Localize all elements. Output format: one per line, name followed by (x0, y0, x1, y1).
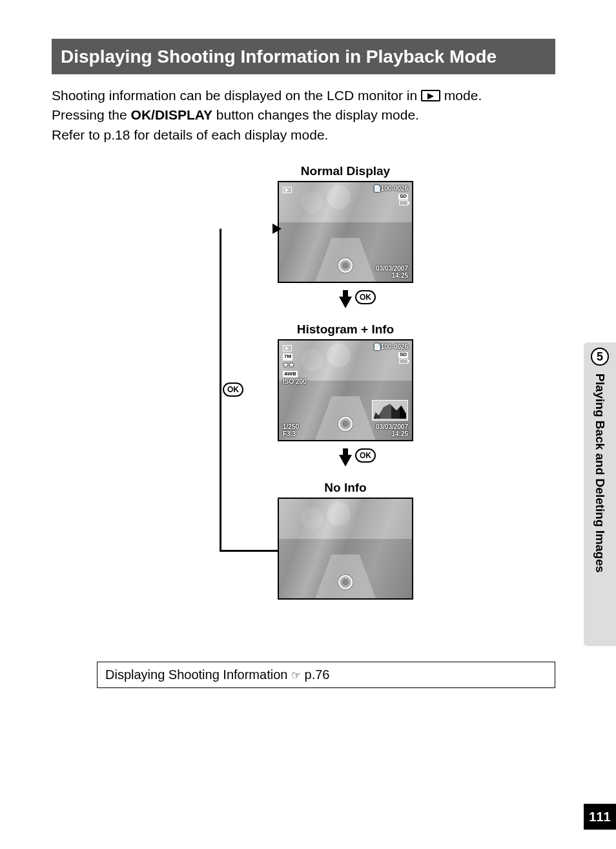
label-normal-display: Normal Display (274, 164, 416, 178)
white-balance: AWB (283, 371, 298, 377)
arrow-down-icon (339, 297, 352, 308)
face-detect-icon (338, 575, 353, 589)
intro-paragraph: Shooting information can be displayed on… (52, 86, 555, 145)
screen-histogram-info: 7M ★★ AWB ISO 200 📄100-0026 SD 1/250 F3.… (278, 339, 413, 441)
chapter-title: Playing Back and Deleting Images (593, 373, 607, 572)
ok-button-icon: OK (355, 290, 376, 304)
battery-icon (399, 359, 408, 364)
playback-mode-icon (421, 90, 440, 101)
label-no-info: No Info (274, 481, 416, 495)
ok-display-label: OK/DISPLAY (131, 107, 212, 122)
overlay-bottom-left: 1/250 F3.3 (283, 423, 299, 437)
face-detect-icon (338, 258, 353, 273)
folder-file-number: 📄100-0026 (373, 343, 408, 350)
overlay-bottom-right: 03/03/2007 14:25 (376, 423, 408, 437)
text: mode. (444, 88, 482, 103)
side-margin: 5 Playing Back and Deleting Images 111 (571, 0, 616, 849)
memory-icon: SD (398, 352, 408, 358)
iso-value: ISO 200 (283, 378, 307, 385)
playback-icon (283, 185, 292, 193)
xref-page: p.76 (305, 667, 330, 682)
text: button changes the display mode. (216, 107, 419, 122)
shutter-speed: 1/250 (283, 423, 299, 430)
playback-icon (283, 345, 292, 351)
overlay-bottom-right: 03/03/2007 14:25 (376, 265, 408, 279)
arrow-down-icon (339, 455, 352, 466)
text: Pressing the (52, 107, 131, 122)
overlay-top-left: 7M ★★ AWB ISO 200 (283, 343, 307, 386)
folder-file-number: 📄100-0026 (373, 185, 408, 192)
text: Refer to p.18 for details of each displa… (52, 127, 328, 142)
manual-page: Displaying Shooting Information in Playb… (0, 0, 555, 849)
arrow-right-icon (272, 224, 282, 234)
pointer-icon: ☞ (291, 669, 301, 682)
text: Shooting information can be displayed on… (52, 88, 421, 103)
section-heading: Displaying Shooting Information in Playb… (52, 39, 555, 74)
xref-text: Displaying Shooting Information (105, 667, 291, 682)
date: 03/03/2007 (376, 423, 408, 430)
overlay-top-right: 📄100-0026 SD (373, 185, 408, 207)
quality-stars: ★★ (283, 361, 294, 368)
time: 14:25 (391, 430, 408, 437)
ok-button-icon: OK (355, 448, 376, 463)
time: 14:25 (391, 272, 408, 279)
date: 03/03/2007 (376, 265, 408, 272)
image-size: 7M (283, 353, 293, 360)
label-histogram-info: Histogram + Info (274, 322, 416, 337)
battery-icon (399, 200, 408, 205)
screen-no-info (278, 498, 413, 600)
histogram-graphic (372, 400, 408, 421)
page-number: 111 (584, 804, 616, 830)
memory-icon: SD (398, 194, 408, 200)
display-mode-diagram: Normal Display Histogram + Info No Info … (52, 164, 555, 636)
chapter-number-badge: 5 (591, 348, 609, 366)
cross-reference-box: Displaying Shooting Information ☞ p.76 (97, 662, 555, 688)
overlay-top-right: 📄100-0026 SD (373, 343, 408, 365)
screen-normal-display: 📄100-0026 SD 03/03/2007 14:25 (278, 181, 413, 283)
aperture: F3.3 (283, 430, 296, 437)
face-detect-icon (338, 417, 353, 431)
ok-button-icon: OK (223, 383, 243, 397)
chapter-tab: 5 Playing Back and Deleting Images (584, 342, 616, 646)
